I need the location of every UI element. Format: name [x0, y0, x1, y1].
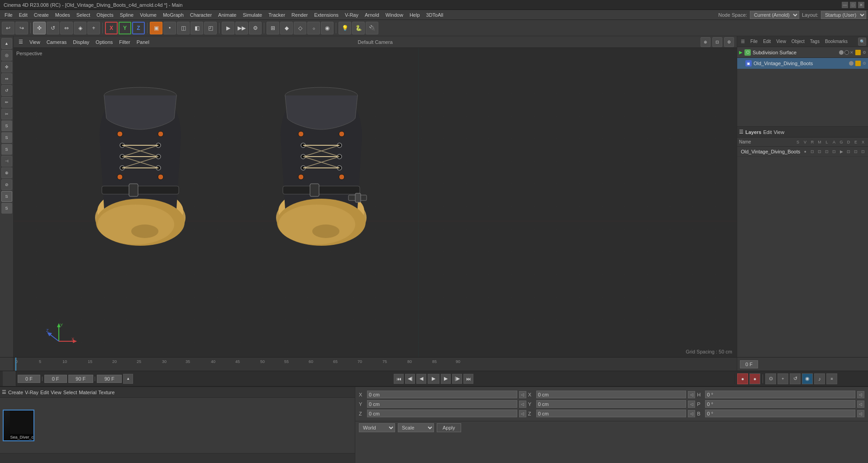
menu-objects[interactable]: Objects	[94, 11, 116, 19]
mat-view-menu[interactable]: View	[51, 390, 62, 395]
layout-select[interactable]: Startup (User)	[821, 11, 866, 19]
obj-search-btn[interactable]: 🔍	[858, 38, 866, 46]
lt-rotate-btn[interactable]: ↺	[1, 85, 12, 96]
nodespace-select[interactable]: Current (Arnold)	[750, 11, 799, 19]
render-to-picture-button[interactable]: ▶▶	[235, 22, 248, 34]
minimize-button[interactable]: —	[842, 2, 848, 8]
vp-cameras-menu[interactable]: Cameras	[44, 38, 69, 46]
keyframe-btn[interactable]: +	[777, 373, 788, 384]
layers-menu-toggle[interactable]: ☰	[739, 129, 744, 135]
menu-help[interactable]: Help	[407, 11, 423, 19]
lt-sculpt-btn[interactable]: S	[1, 191, 12, 202]
menu-modes[interactable]: Modes	[52, 11, 73, 19]
menu-tracker[interactable]: Tracker	[266, 11, 288, 19]
auto-record-btn[interactable]: ●	[749, 373, 760, 384]
z-rot-input[interactable]	[536, 410, 687, 417]
menu-render[interactable]: Render	[289, 11, 310, 19]
obj-view-menu[interactable]: View	[774, 38, 788, 44]
menu-create[interactable]: Create	[31, 11, 52, 19]
x-rot-input[interactable]	[536, 391, 687, 398]
vp-maximize-btn[interactable]: ⊡	[712, 37, 722, 47]
world-space-select[interactable]: World	[359, 423, 395, 432]
obj-file-menu[interactable]: File	[749, 38, 759, 44]
mat-edit-menu[interactable]: Edit	[40, 390, 49, 395]
workplane-button[interactable]: ⬦	[307, 22, 320, 34]
render-settings-button[interactable]: ⚙	[249, 22, 262, 34]
y-rot-input[interactable]	[536, 400, 687, 408]
menu-select[interactable]: Select	[74, 11, 93, 19]
lt-bridge-btn[interactable]: S	[1, 144, 12, 155]
menu-edit[interactable]: Edit	[16, 11, 30, 19]
select-button[interactable]: +	[87, 22, 100, 34]
obj-tags-menu[interactable]: Tags	[808, 38, 821, 44]
point-mode-button[interactable]: •	[163, 22, 176, 34]
lt-mirror-btn[interactable]: ⊣	[1, 156, 12, 167]
mat-menu-toggle[interactable]: ☰	[2, 389, 6, 395]
menu-window[interactable]: Window	[383, 11, 406, 19]
preview-end-input[interactable]	[97, 375, 122, 383]
menu-mograph[interactable]: MoGraph	[160, 11, 186, 19]
diving-boots-row[interactable]: ▣ Old_Vintage_Diving_Boots ⚙	[737, 58, 868, 69]
next-keyframe-btn[interactable]: |▶	[452, 374, 462, 384]
material-item-sea-diver[interactable]: Sea_Diver_c	[3, 410, 34, 441]
lt-magnet-btn[interactable]: ⊘	[1, 179, 12, 190]
edge-mode-button[interactable]: ◫	[177, 22, 190, 34]
vp-panel-menu[interactable]: Panel	[134, 38, 152, 46]
menu-volume[interactable]: Volume	[137, 11, 159, 19]
menu-simulate[interactable]: Simulate	[240, 11, 265, 19]
sound-btn[interactable]: ♪	[814, 373, 825, 384]
vp-options-menu[interactable]: Options	[93, 38, 115, 46]
undo-button[interactable]: ↩	[2, 22, 14, 34]
x-pos-lock-btn[interactable]: ◁	[519, 391, 526, 398]
y-axis-button[interactable]: Y	[119, 22, 131, 34]
vp-view-menu[interactable]: View	[27, 38, 43, 46]
lt-move-btn[interactable]: ✜	[1, 62, 12, 72]
mat-create-menu[interactable]: Create	[8, 390, 23, 395]
mat-texture-menu[interactable]: Texture	[98, 390, 114, 395]
next-frame-btn[interactable]: ▶	[441, 374, 451, 384]
vp-2d-btn[interactable]: ⊕	[701, 37, 711, 47]
record-btn[interactable]: ●	[737, 373, 748, 384]
vp-menu-toggle[interactable]: ☰	[16, 38, 25, 46]
y-rot-lock-btn[interactable]: ◁	[688, 401, 695, 408]
menu-3dtoall[interactable]: 3DToAll	[424, 11, 446, 19]
render-view-button[interactable]: ▶	[222, 22, 234, 34]
jump-to-start-btn[interactable]: ⏮	[394, 374, 404, 384]
b-lock-btn[interactable]: ◁	[857, 410, 864, 417]
apply-button[interactable]: Apply	[437, 423, 461, 432]
h-lock-btn[interactable]: ◁	[857, 391, 864, 398]
script-button[interactable]: 🐍	[352, 22, 365, 34]
z-rot-lock-btn[interactable]: ◁	[688, 410, 695, 417]
maximize-button[interactable]: □	[850, 2, 856, 8]
x-axis-button[interactable]: X	[105, 22, 118, 34]
mat-vray-menu[interactable]: V-Ray	[25, 390, 38, 395]
transform-mode-select[interactable]: Scale	[398, 423, 434, 432]
plugin-button[interactable]: 🔌	[366, 22, 378, 34]
object-mode-button[interactable]: ▣	[150, 22, 162, 34]
obj-object-menu[interactable]: Object	[790, 38, 806, 44]
end-frame-input[interactable]	[68, 375, 93, 383]
menu-character[interactable]: Character	[187, 11, 215, 19]
snap-button[interactable]: ◆	[280, 22, 293, 34]
uvw-mode-button[interactable]: ◰	[204, 22, 217, 34]
mat-material-menu[interactable]: Material	[79, 390, 96, 395]
lt-paint-btn[interactable]: ⊕	[1, 167, 12, 178]
menu-file[interactable]: File	[2, 11, 15, 19]
jump-to-end-btn[interactable]: ⏭	[463, 374, 473, 384]
b-input[interactable]	[705, 410, 855, 417]
play-btn[interactable]: ▶	[428, 374, 439, 384]
lt-extrude-btn[interactable]: S	[1, 120, 12, 131]
preview-spin-up[interactable]: ▲	[123, 374, 133, 384]
vp-settings-btn[interactable]: ⚙	[724, 37, 734, 47]
current-frame-input[interactable]	[740, 360, 758, 368]
obj-menu-toggle[interactable]: ☰	[739, 38, 747, 44]
lt-bevel-btn[interactable]: S	[1, 132, 12, 143]
lt-hair-btn[interactable]: S	[1, 203, 12, 214]
obj-bookmarks-menu[interactable]: Bookmarks	[823, 38, 849, 44]
layer-item-boots[interactable]: Old_Vintage_Diving_Boots ● ⊡ ⊡ ⊡ ⊡ ▶ ⊡ ⊡…	[737, 147, 868, 157]
scale-tool-button[interactable]: ⇔	[60, 22, 73, 34]
z-axis-button[interactable]: Z	[132, 22, 145, 34]
close-button[interactable]: ✕	[858, 2, 864, 8]
viewport-canvas[interactable]: Perspective	[14, 48, 737, 357]
menu-animate[interactable]: Animate	[215, 11, 239, 19]
